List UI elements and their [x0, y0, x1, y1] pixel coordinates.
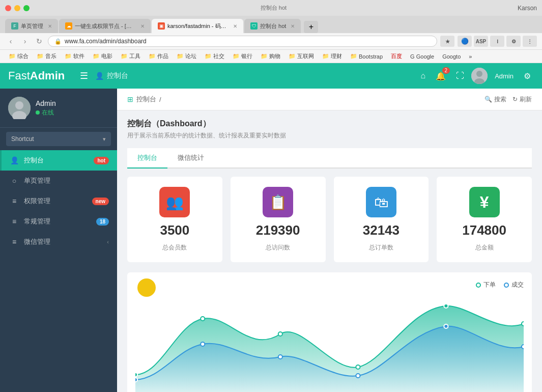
bookmark-googto[interactable]: Googto — [439, 52, 464, 61]
forward-button[interactable]: › — [19, 36, 31, 47]
browser-navbar: ‹ › ↻ 🔒 www.fa.com/admin/dashboard ★ 🔵 A… — [0, 33, 542, 50]
sidebar: Admin 在线 Shortcut 👤 控制台 hot — [0, 89, 117, 392]
back-button[interactable]: ‹ — [5, 36, 16, 47]
sidebar-item-permission[interactable]: ≡ 权限管理 new — [0, 191, 117, 211]
legend-deal: 成交 — [504, 281, 524, 289]
tab1-icon: F — [11, 22, 18, 30]
sidebar-item-general[interactable]: ≡ 常规管理 18 — [0, 211, 117, 232]
bookmark-购物[interactable]: 📁购物 — [257, 51, 284, 61]
extension-btn-4[interactable]: ⚙ — [506, 36, 521, 47]
browser-tab-1[interactable]: F 单页管理 ✕ — [5, 19, 58, 33]
bookmark-baidu[interactable]: 百度 — [387, 51, 406, 61]
tab1-label: 单页管理 — [21, 22, 43, 30]
deal-point-4 — [444, 324, 448, 328]
chart-container: 下单 成交 — [127, 272, 532, 392]
bookmark-more[interactable]: » — [465, 52, 475, 61]
tab3-close[interactable]: ✕ — [233, 23, 237, 29]
browser-menu[interactable]: ⋮ — [523, 36, 537, 47]
address-text: www.fa.com/admin/dashboard — [65, 38, 147, 45]
stat-card-visits: 📋 219390 总访问数 — [231, 177, 326, 262]
header-actions: ⌂ 🔔 2 ⛶ Admin ⚙ — [417, 68, 534, 84]
bookmark-作品[interactable]: 📁作品 — [145, 51, 172, 61]
legend-order-dot — [476, 283, 481, 288]
bookmark-bootstrap[interactable]: 📁Bootstrap — [347, 52, 386, 61]
tab2-label: 一键生成权限节点 - [基于Thi… — [75, 22, 136, 30]
bookmark-google[interactable]: G Google — [407, 52, 438, 61]
search-action-button[interactable]: 🔍 搜索 — [484, 95, 506, 104]
bookmarks-bar: 📁综合 📁音乐 📁软件 📁电影 📁工具 📁作品 📁论坛 📁社交 📁银行 📁购物 … — [0, 50, 542, 63]
amount-number: 174800 — [462, 222, 506, 238]
order-point-0 — [135, 373, 137, 377]
stat-card-members: 👥 3500 总会员数 — [127, 177, 222, 262]
bookmark-互联网[interactable]: 📁互联网 — [285, 51, 318, 61]
notification-button[interactable]: 🔔 2 — [433, 68, 449, 84]
tab4-close[interactable]: ✕ — [291, 23, 295, 29]
stats-grid: 👥 3500 总会员数 📋 219390 总访问数 🛍 32143 总订单数 — [127, 177, 532, 262]
sidebar-toggle[interactable]: ☰ — [75, 70, 93, 81]
sidebar-avatar — [8, 97, 31, 119]
browser-tab-4[interactable]: 🛡 控制台 hot ✕ — [244, 19, 301, 33]
tab3-icon: ▣ — [158, 22, 165, 30]
close-button[interactable] — [5, 5, 11, 11]
address-bar[interactable]: 🔒 www.fa.com/admin/dashboard — [48, 36, 437, 47]
shortcut-select[interactable]: Shortcut — [6, 132, 111, 146]
tab4-label: 控制台 hot — [260, 22, 286, 30]
content-area: ⊞ 控制台 / 🔍 搜索 ↻ 刷新 控制台（Dash — [117, 89, 542, 392]
bookmark-银行[interactable]: 📁银行 — [229, 51, 256, 61]
bookmark-论坛[interactable]: 📁论坛 — [173, 51, 200, 61]
browser-tab-2[interactable]: ☁ 一键生成权限节点 - [基于Thi… ✕ — [59, 19, 151, 33]
bookmark-工具[interactable]: 📁工具 — [117, 51, 144, 61]
browser-titlebar: 控制台 hot Karson — [0, 0, 542, 16]
refresh-action-button[interactable]: ↻ 刷新 — [512, 95, 532, 104]
sidebar-user-info: Admin 在线 — [36, 99, 56, 117]
sidebar-item-singlepage[interactable]: ○ 单页管理 — [0, 171, 117, 191]
amount-label: 总金额 — [475, 243, 494, 252]
page-description: 用于展示当前系统中的统计数据、统计报表及重要实时数据 — [127, 131, 532, 140]
bookmark-理财[interactable]: 📁理财 — [319, 51, 346, 61]
bookmark-社交[interactable]: 📁社交 — [201, 51, 228, 61]
sidebar-label-wechat: 微信管理 — [24, 237, 102, 246]
extension-btn-1[interactable]: 🔵 — [458, 36, 472, 47]
shortcut-wrapper: Shortcut — [6, 132, 111, 146]
extension-btn-3[interactable]: Ⅰ — [490, 36, 504, 47]
bookmark-电影[interactable]: 📁电影 — [89, 51, 116, 61]
extension-btn-2[interactable]: ASP — [474, 36, 488, 47]
chart-decoration — [137, 278, 156, 297]
bookmark-button[interactable]: ★ — [440, 36, 454, 47]
maximize-button[interactable] — [23, 5, 30, 11]
sidebar-label-dashboard: 控制台 — [24, 156, 89, 165]
app-logo: FastAdmin — [8, 69, 65, 82]
bookmark-音乐[interactable]: 📁音乐 — [33, 51, 60, 61]
sidebar-label-singlepage: 单页管理 — [24, 176, 109, 185]
tab-wechat-stats[interactable]: 微信统计 — [167, 148, 214, 169]
sidebar-item-wechat[interactable]: ≡ 微信管理 ‹ — [0, 232, 117, 252]
settings-button[interactable]: ⚙ — [521, 68, 534, 84]
deal-point-3 — [356, 374, 360, 378]
bookmark-软件[interactable]: 📁软件 — [61, 51, 88, 61]
svg-point-1 — [476, 71, 482, 77]
general-icon: ≡ — [10, 217, 19, 226]
chart-svg — [135, 293, 524, 392]
orders-icon: 🛍 — [366, 187, 396, 217]
tab-dashboard[interactable]: 控制台 — [127, 148, 167, 169]
dashboard-icon: 👤 — [10, 156, 19, 164]
tab2-close[interactable]: ✕ — [140, 23, 145, 29]
reload-button[interactable]: ↻ — [34, 36, 45, 47]
home-button[interactable]: ⌂ — [417, 68, 429, 83]
tab1-close[interactable]: ✕ — [48, 23, 52, 29]
browser-chrome: 控制台 hot Karson F 单页管理 ✕ ☁ 一键生成权限节点 - [基于… — [0, 0, 542, 63]
notification-badge: 2 — [442, 67, 450, 74]
stat-card-orders: 🛍 32143 总订单数 — [334, 177, 429, 262]
page-tabs: 控制台 微信统计 — [127, 148, 532, 169]
breadcrumb-icon: ⊞ — [127, 95, 133, 103]
chart-legend: 下单 成交 — [135, 281, 524, 289]
minimize-button[interactable] — [14, 5, 20, 11]
orders-number: 32143 — [363, 222, 400, 238]
bookmark-综合[interactable]: 📁综合 — [5, 51, 32, 61]
browser-tab-3[interactable]: ▣ karson/fastadmin - 码云 - 开… ✕ — [152, 19, 243, 33]
sidebar-item-dashboard[interactable]: 👤 控制台 hot — [0, 150, 117, 171]
fullscreen-button[interactable]: ⛶ — [453, 68, 467, 83]
header-nav-icon: 👤 — [95, 72, 104, 80]
visits-icon: 📋 — [263, 187, 293, 217]
new-tab-button[interactable]: + — [304, 21, 318, 33]
